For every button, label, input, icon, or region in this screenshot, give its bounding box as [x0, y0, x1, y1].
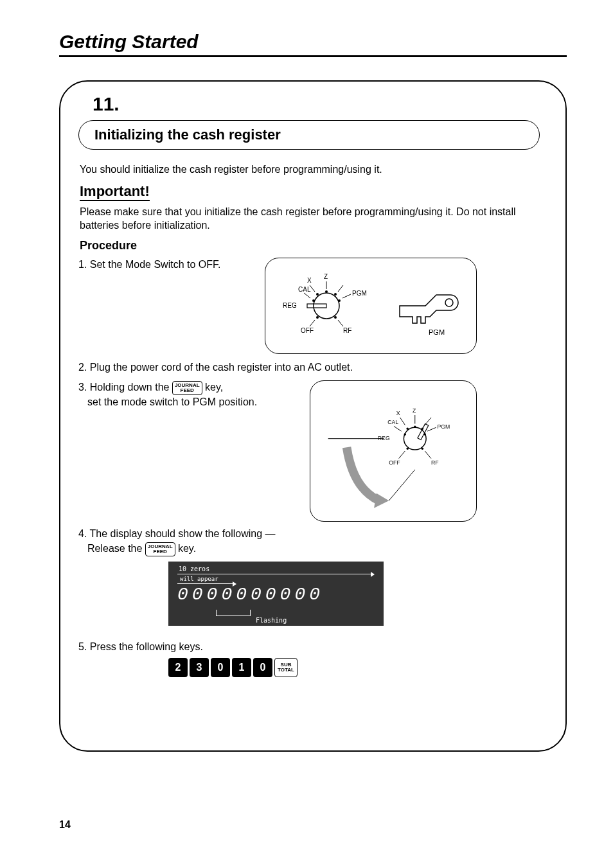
display-sub-arrow-line: [177, 583, 235, 584]
journal-feed-key-icon-2: JOURNAL FEED: [145, 542, 175, 556]
svg-point-25: [404, 428, 426, 450]
procedure-step-1: 1. Set the Mode Switch to OFF.: [78, 258, 540, 354]
svg-line-40: [425, 451, 431, 459]
procedure-step-3: 3. Holding down the JOURNAL FEED key, se…: [78, 380, 540, 522]
svg-line-50: [389, 470, 415, 500]
svg-marker-49: [374, 493, 389, 508]
svg-line-37: [425, 418, 431, 425]
step4-num: 4.: [78, 528, 87, 539]
procedure-step-2: 2. Plug the power cord of the cash regis…: [78, 360, 540, 375]
intro-text: You should initialize the cash register …: [80, 163, 540, 177]
svg-text:RF: RF: [343, 327, 351, 334]
svg-text:REG: REG: [378, 435, 390, 441]
key-pgm-icon: PGM: [390, 270, 461, 341]
svg-rect-8: [307, 304, 326, 308]
display-zeros: 0000000000: [177, 585, 324, 605]
step4-text-c: key.: [178, 544, 196, 554]
step3-text-c: set the mode switch to PGM position.: [87, 395, 265, 409]
step3-text-b: key,: [205, 382, 223, 393]
display-arrow-line: [177, 574, 374, 574]
register-display-illustration: 10 zeros will appear 0000000000 Flashing: [168, 562, 384, 626]
page-number: 14: [59, 819, 71, 831]
svg-text:PGM: PGM: [352, 290, 367, 297]
svg-text:PGM: PGM: [438, 424, 450, 430]
svg-point-7: [334, 316, 337, 319]
svg-text:Z: Z: [324, 273, 328, 280]
step3-text-a: Holding down the: [90, 382, 172, 393]
step4-text-b: Release the: [87, 544, 145, 554]
svg-point-23: [445, 299, 453, 306]
svg-line-15: [338, 320, 343, 326]
key-sequence: 2 3 0 1 0 SUB TOTAL: [168, 658, 298, 677]
procedure-step-4: 4. The display should show the following…: [78, 528, 540, 626]
step2-text: Plug the power cord of the cash register…: [90, 362, 353, 373]
num-key-3: 3: [190, 658, 209, 677]
display-flash-label: Flashing: [256, 617, 287, 624]
mode-switch-off-illustration: CAL X Z PGM REG OFF RF PGM: [265, 258, 477, 354]
procedure-step-5: 5. Press the following keys. 2 3 0 1 0 S…: [78, 641, 540, 677]
important-heading: Important!: [80, 183, 150, 201]
svg-line-39: [399, 451, 405, 459]
svg-text:CAL: CAL: [387, 419, 398, 425]
step5-text: Press the following keys.: [90, 641, 203, 652]
svg-line-9: [304, 293, 310, 298]
num-key-0b: 0: [253, 658, 272, 677]
section-pill-text: Initializing the cash register: [94, 127, 281, 143]
svg-line-14: [310, 320, 315, 326]
svg-point-2: [316, 293, 319, 296]
step5-num: 5.: [78, 641, 87, 652]
svg-line-13: [342, 294, 351, 298]
step-number-heading: 11.: [93, 93, 540, 115]
num-key-2: 2: [168, 658, 188, 677]
svg-text:X: X: [396, 410, 400, 416]
svg-point-32: [422, 448, 423, 450]
step2-num: 2.: [78, 362, 87, 373]
num-key-1: 1: [232, 658, 251, 677]
svg-line-38: [427, 428, 436, 432]
step4-text-a: The display should show the following —: [90, 528, 276, 539]
right-arrow-icon: [371, 572, 375, 577]
svg-point-4: [334, 293, 337, 296]
page-title: Getting Started: [59, 31, 567, 57]
svg-text:PGM: PGM: [429, 328, 445, 336]
journal-feed-key-icon-1: JOURNAL FEED: [172, 381, 202, 395]
step3-num: 3.: [78, 382, 87, 393]
procedure-heading: Procedure: [80, 239, 540, 252]
svg-point-31: [406, 448, 408, 450]
svg-point-26: [404, 434, 406, 436]
num-key-0a: 0: [211, 658, 230, 677]
important-body: Please make sure that you initialize the…: [80, 205, 540, 233]
svg-point-1: [312, 299, 315, 302]
svg-line-35: [400, 418, 405, 425]
key2-line2: FEED: [154, 549, 167, 554]
svg-point-28: [414, 426, 416, 428]
svg-text:OFF: OFF: [301, 327, 314, 334]
svg-line-12: [338, 285, 343, 292]
display-top-label: 10 zeros: [179, 565, 209, 572]
svg-text:CAL: CAL: [298, 286, 311, 293]
svg-text:RF: RF: [431, 460, 439, 466]
sub-total-key: SUB TOTAL: [274, 658, 298, 677]
mode-dial-icon: CAL X Z PGM REG OFF RF: [281, 267, 371, 344]
mode-switch-pgm-illustration: CAL X Z PGM REG OFF RF: [310, 380, 477, 522]
key-line2: FEED: [181, 388, 194, 393]
svg-text:Z: Z: [413, 408, 416, 414]
svg-line-34: [394, 427, 402, 432]
svg-text:REG: REG: [283, 302, 297, 309]
svg-point-5: [338, 299, 341, 302]
display-bracket: [216, 610, 251, 616]
section-pill: Initializing the cash register: [78, 120, 540, 150]
main-content-box: 11. Initializing the cash register You s…: [59, 80, 567, 752]
svg-text:OFF: OFF: [389, 460, 400, 466]
display-sub-label: will appear: [180, 576, 218, 582]
svg-rect-33: [418, 424, 429, 440]
mode-dial-pgm-icon: CAL X Z PGM REG OFF RF: [322, 387, 465, 515]
svg-point-3: [325, 290, 328, 293]
step1-num: 1.: [78, 259, 87, 270]
svg-point-27: [406, 428, 408, 430]
step1-text: Set the Mode Switch to OFF.: [90, 259, 221, 270]
svg-text:X: X: [307, 277, 312, 284]
subtotal-line2: TOTAL: [278, 668, 294, 673]
svg-point-6: [316, 316, 319, 319]
